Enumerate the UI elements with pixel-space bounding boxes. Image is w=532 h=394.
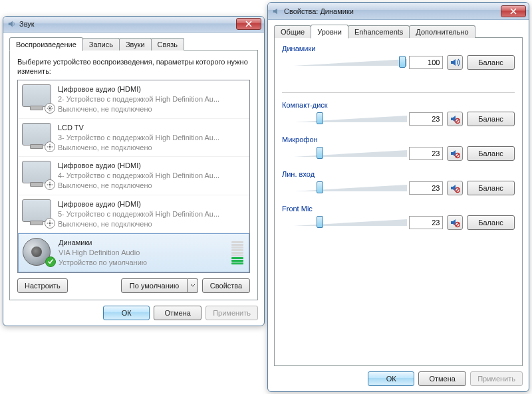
volume-value[interactable]: 23 xyxy=(409,112,443,126)
device-item[interactable]: Цифровое аудио (HDMI) 2- Устройство с по… xyxy=(18,80,249,119)
channel-label: Динамики xyxy=(282,45,515,52)
default-badge-icon xyxy=(45,256,56,267)
apply-button[interactable]: Применить xyxy=(470,371,523,386)
tab-recording[interactable]: Запись xyxy=(82,38,120,50)
close-button[interactable] xyxy=(236,18,261,30)
device-icon xyxy=(22,84,54,112)
apply-button[interactable]: Применить xyxy=(205,306,258,320)
instruction-text: Выберите устройство воспроизведения, пар… xyxy=(17,57,250,76)
channel-group: Динамики 100 Баланс xyxy=(282,45,515,70)
volume-value[interactable]: 23 xyxy=(409,181,443,195)
disabled-badge-icon xyxy=(45,179,55,190)
device-icon xyxy=(22,161,54,189)
ok-button[interactable]: ОК xyxy=(368,371,414,386)
tab-advanced[interactable]: Дополнительно xyxy=(409,25,475,38)
tab-general[interactable]: Общие xyxy=(274,25,311,38)
channel-group: Микрофон 23 Баланс xyxy=(282,136,515,161)
channel-label: Front Mic xyxy=(282,205,515,213)
titlebar[interactable]: Звук xyxy=(3,17,264,33)
slider-thumb[interactable] xyxy=(317,216,323,228)
tab-panel: Динамики 100 Баланс Компакт-диск xyxy=(274,37,523,366)
disabled-badge-icon xyxy=(45,142,55,152)
titlebar[interactable]: Свойства: Динамики xyxy=(268,3,529,20)
default-split-button[interactable]: По умолчанию xyxy=(121,278,198,293)
mute-button[interactable] xyxy=(447,55,463,70)
close-button[interactable] xyxy=(501,5,526,17)
device-icon xyxy=(23,238,55,266)
cancel-button[interactable]: Отмена xyxy=(154,306,201,320)
mute-button[interactable] xyxy=(447,215,463,230)
device-item[interactable]: LCD TV 3- Устройство с поддержкой High D… xyxy=(18,119,249,157)
configure-button[interactable]: Настроить xyxy=(17,278,68,293)
device-name: Цифровое аудио (HDMI) xyxy=(58,161,245,171)
channel-group: Front Mic 23 Баланс xyxy=(282,205,515,230)
balance-button[interactable]: Баланс xyxy=(467,55,515,70)
device-name: Динамики xyxy=(59,238,227,248)
cancel-button[interactable]: Отмена xyxy=(418,371,466,386)
volume-slider[interactable] xyxy=(294,146,405,161)
level-meter xyxy=(231,238,245,268)
device-desc: 4- Устройство с поддержкой High Definiti… xyxy=(58,171,245,181)
device-status: Выключено, не подключено xyxy=(58,219,245,229)
device-item-selected[interactable]: Динамики VIA High Definition Audio Устро… xyxy=(18,233,249,272)
svg-point-1 xyxy=(49,146,51,148)
svg-point-3 xyxy=(49,223,51,225)
device-name: Цифровое аудио (HDMI) xyxy=(58,84,245,94)
balance-button[interactable]: Баланс xyxy=(467,146,515,161)
tab-panel: Выберите устройство воспроизведения, пар… xyxy=(9,50,258,300)
device-icon xyxy=(22,123,54,151)
disabled-badge-icon xyxy=(45,103,55,114)
balance-button[interactable]: Баланс xyxy=(467,112,515,126)
balance-button[interactable]: Баланс xyxy=(467,181,515,195)
tab-playback[interactable]: Воспроизведение xyxy=(9,37,83,51)
tab-sounds[interactable]: Звуки xyxy=(119,38,152,50)
volume-slider[interactable] xyxy=(294,112,405,126)
device-item[interactable]: Цифровое аудио (HDMI) 4- Устройство с по… xyxy=(18,157,249,195)
volume-value[interactable]: 23 xyxy=(409,216,443,229)
device-item[interactable]: Цифровое аудио (HDMI) 5- Устройство с по… xyxy=(18,195,249,234)
device-desc: 3- Устройство с поддержкой High Definiti… xyxy=(58,133,245,143)
svg-point-0 xyxy=(49,108,51,110)
device-name: LCD TV xyxy=(58,123,245,133)
disabled-badge-icon xyxy=(45,218,55,229)
device-desc: VIA High Definition Audio xyxy=(59,248,227,258)
tab-row: Воспроизведение Запись Звуки Связь xyxy=(9,37,258,50)
channel-label: Лин. вход xyxy=(282,170,515,178)
tab-levels[interactable]: Уровни xyxy=(311,25,348,39)
volume-slider[interactable] xyxy=(294,55,405,70)
volume-value[interactable]: 23 xyxy=(409,147,443,160)
tab-enhancements[interactable]: Enhancements xyxy=(348,25,410,38)
balance-button[interactable]: Баланс xyxy=(467,215,515,230)
device-list[interactable]: Цифровое аудио (HDMI) 2- Устройство с по… xyxy=(17,80,250,273)
slider-thumb[interactable] xyxy=(317,147,323,159)
volume-slider[interactable] xyxy=(294,215,405,230)
default-button[interactable]: По умолчанию xyxy=(121,278,188,293)
volume-slider[interactable] xyxy=(294,181,405,195)
separator xyxy=(282,92,515,93)
slider-thumb[interactable] xyxy=(317,181,323,193)
device-status: Выключено, не подключено xyxy=(58,143,245,153)
device-status: Выключено, не подключено xyxy=(58,181,245,191)
properties-button[interactable]: Свойства xyxy=(202,278,250,293)
sound-window: Звук Воспроизведение Запись Звуки Связь … xyxy=(3,16,265,326)
tab-communications[interactable]: Связь xyxy=(151,38,184,50)
channel-label: Компакт-диск xyxy=(282,101,515,109)
properties-window: Свойства: Динамики Общие Уровни Enhancem… xyxy=(267,2,529,392)
svg-point-2 xyxy=(49,184,51,186)
default-dropdown[interactable] xyxy=(188,278,198,293)
device-status: Устройство по умолчанию xyxy=(59,258,227,268)
channel-label: Микрофон xyxy=(282,136,515,144)
volume-value[interactable]: 100 xyxy=(409,56,443,69)
ok-button[interactable]: ОК xyxy=(103,306,150,320)
slider-thumb[interactable] xyxy=(317,112,323,124)
slider-thumb[interactable] xyxy=(399,56,406,68)
device-desc: 5- Устройство с поддержкой High Definiti… xyxy=(58,209,245,219)
window-title: Свойства: Динамики xyxy=(284,7,501,15)
mute-button[interactable] xyxy=(447,181,463,195)
mute-button[interactable] xyxy=(447,146,463,161)
mute-button[interactable] xyxy=(447,112,463,126)
sound-icon xyxy=(7,19,17,29)
device-icon xyxy=(22,199,54,227)
channel-group: Компакт-диск 23 Баланс xyxy=(282,101,515,126)
channel-group: Лин. вход 23 Баланс xyxy=(282,170,515,195)
